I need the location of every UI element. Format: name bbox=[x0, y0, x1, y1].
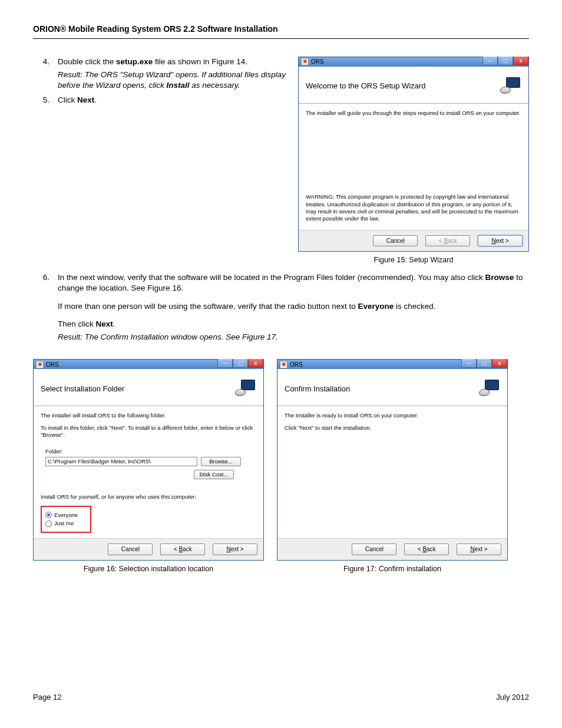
next-button[interactable]: Next > bbox=[457, 543, 501, 555]
next-word: Next bbox=[96, 319, 113, 328]
cancel-button[interactable]: Cancel bbox=[373, 235, 418, 247]
instruction-text: To install in this folder, click "Next".… bbox=[41, 424, 256, 439]
instruction-text: Click "Next" to start the installation. bbox=[285, 424, 500, 431]
step-text: Click bbox=[58, 95, 77, 104]
next-button[interactable]: Next > bbox=[478, 235, 523, 247]
figure-15-caption: Figure 15: Setup Wizard bbox=[298, 255, 529, 265]
radio-group-highlight: Everyone Just me bbox=[41, 506, 91, 533]
installer-icon: ▣ bbox=[36, 361, 44, 368]
filename: setup.exe bbox=[116, 57, 153, 66]
close-button[interactable]: x bbox=[248, 359, 263, 368]
radio-icon bbox=[45, 512, 52, 518]
radio-justme[interactable]: Just me bbox=[45, 520, 87, 527]
banner-title: Welcome to the ORS Setup Wizard bbox=[306, 81, 426, 91]
titlebar[interactable]: ▣ ORS — ▢ x bbox=[34, 360, 263, 369]
step-text: . bbox=[113, 319, 115, 328]
back-button[interactable]: < Back bbox=[160, 543, 205, 555]
intro-text: The installer will install ORS to the fo… bbox=[41, 412, 256, 419]
cancel-button[interactable]: Cancel bbox=[108, 543, 153, 555]
result-text: as necessary. bbox=[189, 81, 240, 90]
diskcost-button[interactable]: Disk Cost... bbox=[194, 470, 234, 479]
step-text: Double click the bbox=[58, 57, 116, 66]
step-number: 5. bbox=[33, 95, 58, 106]
page-number: Page 12 bbox=[33, 692, 61, 703]
minimize-button[interactable]: — bbox=[217, 359, 233, 368]
page-date: July 2012 bbox=[496, 692, 529, 703]
window-title: ORS bbox=[311, 58, 324, 66]
installer-icon: ▣ bbox=[280, 361, 287, 368]
result-text: Result: The Confirm Installation window … bbox=[58, 332, 529, 342]
figure-15-screenshot: ▣ ORS — ▢ x Welcome to the ORS Setup Wiz… bbox=[298, 57, 529, 252]
window-title: ORS bbox=[290, 361, 303, 369]
folder-input[interactable]: C:\Program Files\Badger Meter, Inc\ORS\ bbox=[45, 457, 197, 466]
step-text: If more than one person will be using th… bbox=[58, 302, 358, 311]
browse-button[interactable]: Browse... bbox=[201, 457, 241, 466]
scope-text: Install ORS for yourself, or for anyone … bbox=[41, 493, 256, 500]
setup-icon bbox=[478, 380, 500, 397]
browse-word: Browse bbox=[485, 273, 514, 282]
step-text: In the next window, verify that the soft… bbox=[58, 273, 485, 282]
next-button[interactable]: Next > bbox=[213, 543, 257, 555]
radio-label: Everyone bbox=[54, 512, 78, 519]
radio-icon bbox=[45, 521, 52, 527]
figure-17-screenshot: ▣ ORS — ▢ x Confirm Installation The ins… bbox=[277, 359, 508, 561]
banner-title: Select Installation Folder bbox=[41, 384, 124, 394]
step-4: 4. Double click the setup.exe file as sh… bbox=[33, 57, 289, 91]
next-word: Next bbox=[77, 95, 94, 104]
everyone-word: Everyone bbox=[358, 302, 394, 311]
page-header: ORION® Mobile Reading System ORS 2.2 Sof… bbox=[33, 24, 529, 39]
radio-everyone[interactable]: Everyone bbox=[45, 512, 87, 519]
window-title: ORS bbox=[46, 361, 59, 369]
figure-16-caption: Figure 16: Selection installation locati… bbox=[33, 564, 264, 574]
radio-label: Just me bbox=[54, 520, 74, 527]
maximize-button[interactable]: ▢ bbox=[233, 359, 248, 368]
figure-17-caption: Figure 17: Confirm installation bbox=[277, 564, 508, 574]
warning-text: WARNING: This computer program is protec… bbox=[306, 193, 521, 222]
install-word: Install bbox=[166, 81, 189, 90]
cancel-button[interactable]: Cancel bbox=[352, 543, 396, 555]
step-text: Then click bbox=[58, 319, 96, 328]
banner-title: Confirm Installation bbox=[285, 384, 350, 394]
step-5: 5. Click Next. bbox=[33, 95, 289, 106]
step-number: 4. bbox=[33, 57, 58, 91]
figure-16-screenshot: ▣ ORS — ▢ x Select Installation Folder T… bbox=[33, 359, 264, 561]
close-button[interactable]: x bbox=[492, 359, 507, 368]
close-button[interactable]: x bbox=[513, 57, 528, 65]
maximize-button[interactable]: ▢ bbox=[498, 57, 513, 65]
step-6: 6. In the next window, verify that the s… bbox=[33, 272, 529, 342]
back-button: < Back bbox=[425, 235, 470, 247]
installer-icon: ▣ bbox=[301, 58, 309, 65]
setup-icon bbox=[499, 77, 521, 95]
minimize-button[interactable]: — bbox=[461, 359, 477, 368]
step-text: . bbox=[94, 95, 97, 104]
back-button[interactable]: < Back bbox=[404, 543, 449, 555]
folder-label: Folder: bbox=[45, 448, 256, 455]
maximize-button[interactable]: ▢ bbox=[477, 359, 492, 368]
titlebar[interactable]: ▣ ORS — ▢ x bbox=[299, 57, 528, 67]
intro-text: The installer will guide you through the… bbox=[306, 110, 521, 117]
step-text: file as shown in Figure 14. bbox=[153, 57, 247, 66]
intro-text: The installer is ready to install ORS on… bbox=[285, 412, 500, 419]
step-text: is checked. bbox=[394, 302, 435, 311]
setup-icon bbox=[234, 380, 256, 397]
titlebar[interactable]: ▣ ORS — ▢ x bbox=[277, 360, 507, 369]
step-number: 6. bbox=[33, 272, 58, 342]
minimize-button[interactable]: — bbox=[482, 57, 498, 65]
